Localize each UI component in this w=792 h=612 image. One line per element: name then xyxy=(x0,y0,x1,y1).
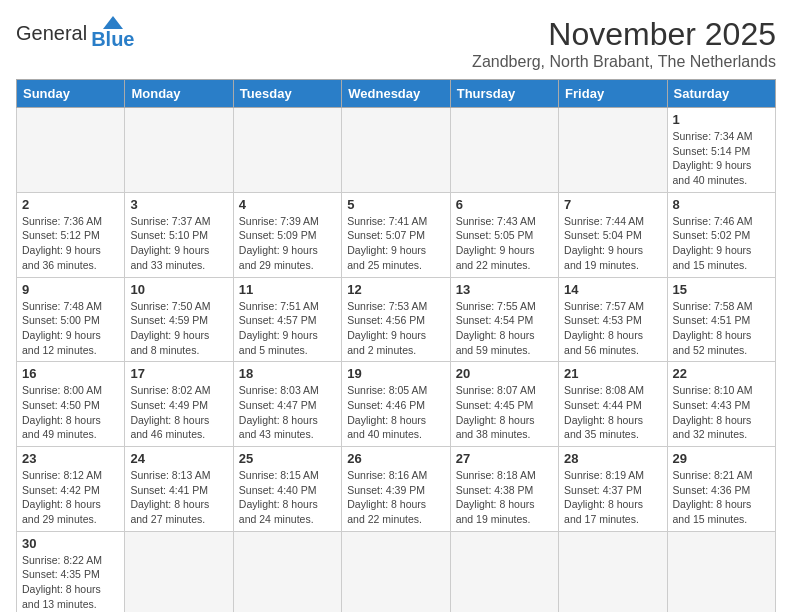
day-info: Sunrise: 7:46 AM Sunset: 5:02 PM Dayligh… xyxy=(673,214,770,273)
calendar-cell xyxy=(450,108,558,193)
calendar-header-wednesday: Wednesday xyxy=(342,80,450,108)
calendar-cell xyxy=(450,531,558,612)
day-number: 26 xyxy=(347,451,444,466)
day-number: 7 xyxy=(564,197,661,212)
day-info: Sunrise: 8:18 AM Sunset: 4:38 PM Dayligh… xyxy=(456,468,553,527)
day-info: Sunrise: 7:55 AM Sunset: 4:54 PM Dayligh… xyxy=(456,299,553,358)
day-info: Sunrise: 8:19 AM Sunset: 4:37 PM Dayligh… xyxy=(564,468,661,527)
calendar-cell: 29Sunrise: 8:21 AM Sunset: 4:36 PM Dayli… xyxy=(667,447,775,532)
day-number: 29 xyxy=(673,451,770,466)
day-info: Sunrise: 7:41 AM Sunset: 5:07 PM Dayligh… xyxy=(347,214,444,273)
calendar-cell xyxy=(667,531,775,612)
day-number: 18 xyxy=(239,366,336,381)
title-block: November 2025 Zandberg, North Brabant, T… xyxy=(472,16,776,71)
day-number: 14 xyxy=(564,282,661,297)
calendar-cell: 21Sunrise: 8:08 AM Sunset: 4:44 PM Dayli… xyxy=(559,362,667,447)
day-number: 21 xyxy=(564,366,661,381)
day-info: Sunrise: 8:02 AM Sunset: 4:49 PM Dayligh… xyxy=(130,383,227,442)
day-number: 8 xyxy=(673,197,770,212)
day-info: Sunrise: 7:51 AM Sunset: 4:57 PM Dayligh… xyxy=(239,299,336,358)
day-info: Sunrise: 7:53 AM Sunset: 4:56 PM Dayligh… xyxy=(347,299,444,358)
calendar-cell: 22Sunrise: 8:10 AM Sunset: 4:43 PM Dayli… xyxy=(667,362,775,447)
day-number: 15 xyxy=(673,282,770,297)
calendar-table: SundayMondayTuesdayWednesdayThursdayFrid… xyxy=(16,79,776,612)
day-number: 12 xyxy=(347,282,444,297)
calendar-cell xyxy=(233,108,341,193)
day-info: Sunrise: 7:58 AM Sunset: 4:51 PM Dayligh… xyxy=(673,299,770,358)
calendar-cell: 10Sunrise: 7:50 AM Sunset: 4:59 PM Dayli… xyxy=(125,277,233,362)
calendar-cell: 28Sunrise: 8:19 AM Sunset: 4:37 PM Dayli… xyxy=(559,447,667,532)
day-number: 4 xyxy=(239,197,336,212)
calendar-cell: 9Sunrise: 7:48 AM Sunset: 5:00 PM Daylig… xyxy=(17,277,125,362)
day-number: 27 xyxy=(456,451,553,466)
calendar-cell: 7Sunrise: 7:44 AM Sunset: 5:04 PM Daylig… xyxy=(559,192,667,277)
calendar-cell: 30Sunrise: 8:22 AM Sunset: 4:35 PM Dayli… xyxy=(17,531,125,612)
calendar-cell: 13Sunrise: 7:55 AM Sunset: 4:54 PM Dayli… xyxy=(450,277,558,362)
day-number: 19 xyxy=(347,366,444,381)
day-number: 17 xyxy=(130,366,227,381)
day-info: Sunrise: 7:43 AM Sunset: 5:05 PM Dayligh… xyxy=(456,214,553,273)
calendar-cell xyxy=(125,108,233,193)
day-number: 20 xyxy=(456,366,553,381)
calendar-cell xyxy=(559,531,667,612)
day-number: 30 xyxy=(22,536,119,551)
day-number: 23 xyxy=(22,451,119,466)
calendar-header-saturday: Saturday xyxy=(667,80,775,108)
calendar-cell: 12Sunrise: 7:53 AM Sunset: 4:56 PM Dayli… xyxy=(342,277,450,362)
day-info: Sunrise: 8:21 AM Sunset: 4:36 PM Dayligh… xyxy=(673,468,770,527)
day-number: 5 xyxy=(347,197,444,212)
calendar-cell: 14Sunrise: 7:57 AM Sunset: 4:53 PM Dayli… xyxy=(559,277,667,362)
calendar-header-monday: Monday xyxy=(125,80,233,108)
calendar-cell: 17Sunrise: 8:02 AM Sunset: 4:49 PM Dayli… xyxy=(125,362,233,447)
calendar-header-thursday: Thursday xyxy=(450,80,558,108)
calendar-cell: 15Sunrise: 7:58 AM Sunset: 4:51 PM Dayli… xyxy=(667,277,775,362)
day-info: Sunrise: 8:08 AM Sunset: 4:44 PM Dayligh… xyxy=(564,383,661,442)
logo-blue-text: Blue xyxy=(91,28,134,51)
calendar-cell: 6Sunrise: 7:43 AM Sunset: 5:05 PM Daylig… xyxy=(450,192,558,277)
calendar-cell: 19Sunrise: 8:05 AM Sunset: 4:46 PM Dayli… xyxy=(342,362,450,447)
calendar-cell xyxy=(342,531,450,612)
calendar-cell: 27Sunrise: 8:18 AM Sunset: 4:38 PM Dayli… xyxy=(450,447,558,532)
day-info: Sunrise: 7:36 AM Sunset: 5:12 PM Dayligh… xyxy=(22,214,119,273)
calendar-header-sunday: Sunday xyxy=(17,80,125,108)
calendar-cell: 4Sunrise: 7:39 AM Sunset: 5:09 PM Daylig… xyxy=(233,192,341,277)
calendar-cell: 2Sunrise: 7:36 AM Sunset: 5:12 PM Daylig… xyxy=(17,192,125,277)
calendar-cell: 18Sunrise: 8:03 AM Sunset: 4:47 PM Dayli… xyxy=(233,362,341,447)
calendar-header-tuesday: Tuesday xyxy=(233,80,341,108)
day-info: Sunrise: 8:00 AM Sunset: 4:50 PM Dayligh… xyxy=(22,383,119,442)
day-info: Sunrise: 8:10 AM Sunset: 4:43 PM Dayligh… xyxy=(673,383,770,442)
calendar-cell: 23Sunrise: 8:12 AM Sunset: 4:42 PM Dayli… xyxy=(17,447,125,532)
calendar-cell xyxy=(17,108,125,193)
day-info: Sunrise: 8:05 AM Sunset: 4:46 PM Dayligh… xyxy=(347,383,444,442)
day-info: Sunrise: 8:12 AM Sunset: 4:42 PM Dayligh… xyxy=(22,468,119,527)
calendar-header-row: SundayMondayTuesdayWednesdayThursdayFrid… xyxy=(17,80,776,108)
day-info: Sunrise: 8:03 AM Sunset: 4:47 PM Dayligh… xyxy=(239,383,336,442)
day-info: Sunrise: 7:57 AM Sunset: 4:53 PM Dayligh… xyxy=(564,299,661,358)
day-info: Sunrise: 8:13 AM Sunset: 4:41 PM Dayligh… xyxy=(130,468,227,527)
day-number: 10 xyxy=(130,282,227,297)
day-info: Sunrise: 8:16 AM Sunset: 4:39 PM Dayligh… xyxy=(347,468,444,527)
day-number: 9 xyxy=(22,282,119,297)
day-info: Sunrise: 7:50 AM Sunset: 4:59 PM Dayligh… xyxy=(130,299,227,358)
day-info: Sunrise: 7:34 AM Sunset: 5:14 PM Dayligh… xyxy=(673,129,770,188)
day-number: 16 xyxy=(22,366,119,381)
calendar-cell xyxy=(342,108,450,193)
calendar-cell: 3Sunrise: 7:37 AM Sunset: 5:10 PM Daylig… xyxy=(125,192,233,277)
day-number: 1 xyxy=(673,112,770,127)
calendar-cell: 11Sunrise: 7:51 AM Sunset: 4:57 PM Dayli… xyxy=(233,277,341,362)
day-number: 6 xyxy=(456,197,553,212)
day-number: 3 xyxy=(130,197,227,212)
logo: General Blue xyxy=(16,16,135,51)
day-number: 25 xyxy=(239,451,336,466)
month-title: November 2025 xyxy=(472,16,776,53)
day-info: Sunrise: 7:44 AM Sunset: 5:04 PM Dayligh… xyxy=(564,214,661,273)
calendar-cell xyxy=(233,531,341,612)
calendar-cell xyxy=(125,531,233,612)
day-number: 2 xyxy=(22,197,119,212)
day-number: 28 xyxy=(564,451,661,466)
calendar-cell: 24Sunrise: 8:13 AM Sunset: 4:41 PM Dayli… xyxy=(125,447,233,532)
calendar-cell: 5Sunrise: 7:41 AM Sunset: 5:07 PM Daylig… xyxy=(342,192,450,277)
calendar-header-friday: Friday xyxy=(559,80,667,108)
calendar-cell: 20Sunrise: 8:07 AM Sunset: 4:45 PM Dayli… xyxy=(450,362,558,447)
calendar-cell: 26Sunrise: 8:16 AM Sunset: 4:39 PM Dayli… xyxy=(342,447,450,532)
